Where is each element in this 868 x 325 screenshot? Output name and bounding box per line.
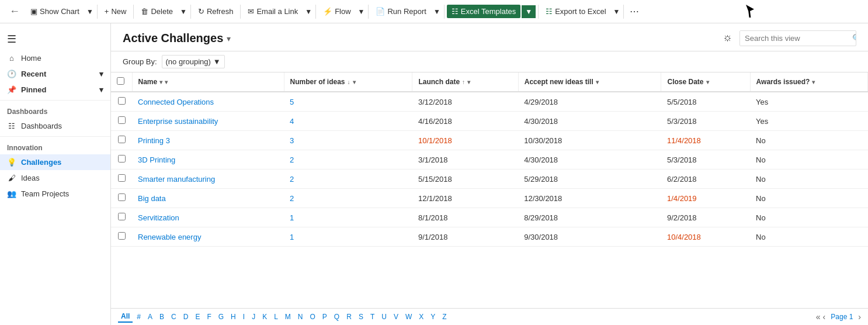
alpha-letter-j[interactable]: J xyxy=(249,312,258,322)
flow-dropdown[interactable]: ▼ xyxy=(357,5,366,18)
sidebar-pinned-toggle[interactable]: 📌 Pinned ▾ xyxy=(0,82,110,98)
row-checkbox[interactable] xyxy=(118,193,126,201)
row-checkbox[interactable] xyxy=(118,213,126,220)
search-input[interactable] xyxy=(740,31,848,46)
row-close-value: 5/5/2018 xyxy=(667,98,697,106)
prev-page-button[interactable]: ‹ xyxy=(823,312,826,321)
row-accept-cell: 8/29/2018 xyxy=(518,208,661,227)
ideas-filter-icon[interactable]: ▾ xyxy=(353,79,356,85)
alpha-letter-all[interactable]: All xyxy=(118,311,133,323)
row-checkbox[interactable] xyxy=(118,136,126,143)
alpha-letter-h[interactable]: H xyxy=(228,312,239,322)
page-title-chevron-icon[interactable]: ▾ xyxy=(227,34,231,43)
show-chart-dropdown[interactable]: ▼ xyxy=(85,5,95,18)
alpha-letter-a[interactable]: A xyxy=(145,312,155,322)
delete-button[interactable]: 🗑 Delete xyxy=(136,5,178,18)
launch-sort-icon[interactable]: ↑ xyxy=(462,79,465,85)
run-report-button[interactable]: 📄 Run Report xyxy=(371,5,430,18)
row-name-link[interactable]: Connected Operations xyxy=(138,98,214,106)
table-row: Printing 3 3 10/1/2018 10/30/2018 11/4/2… xyxy=(111,131,868,150)
alpha-letter-e[interactable]: E xyxy=(192,312,203,322)
row-name-link[interactable]: Big data xyxy=(138,194,166,203)
row-name-link[interactable]: Enterprise sustainability xyxy=(138,117,218,126)
row-name-link[interactable]: Servitization xyxy=(138,213,179,222)
alpha-letter-r[interactable]: R xyxy=(343,312,355,322)
sidebar-item-dashboards[interactable]: ☷ Dashboards xyxy=(0,118,110,134)
alpha-letter-l[interactable]: L xyxy=(271,312,281,322)
sidebar-item-team-projects[interactable]: 👥 Team Projects xyxy=(0,186,110,202)
row-name-link[interactable]: Smarter manufacturing xyxy=(138,175,215,184)
sidebar-item-home[interactable]: ⌂ Home xyxy=(0,50,110,66)
alpha-letter-y[interactable]: Y xyxy=(428,312,438,322)
row-checkbox[interactable] xyxy=(118,97,126,105)
next-page-button[interactable]: › xyxy=(858,312,861,321)
alpha-letter-q[interactable]: Q xyxy=(331,312,342,322)
alpha-letter-z[interactable]: Z xyxy=(439,312,449,322)
select-all-checkbox[interactable] xyxy=(117,77,124,85)
row-name-link[interactable]: Printing 3 xyxy=(138,136,170,145)
alpha-letter-w[interactable]: W xyxy=(402,312,415,322)
row-ideas-value: 3 xyxy=(290,136,294,145)
row-name-cell: Smarter manufacturing xyxy=(132,170,284,189)
alpha-letter-g[interactable]: G xyxy=(216,312,227,322)
email-link-label: Email a Link xyxy=(256,7,298,16)
plus-icon: + xyxy=(105,7,109,16)
row-checkbox[interactable] xyxy=(118,155,126,162)
alpha-letter-c[interactable]: C xyxy=(168,312,179,322)
back-button[interactable]: ← xyxy=(5,3,25,20)
alpha-letter-u[interactable]: U xyxy=(379,312,390,322)
alpha-letter-x[interactable]: X xyxy=(416,312,426,322)
alpha-letter-f[interactable]: F xyxy=(204,312,214,322)
row-checkbox[interactable] xyxy=(118,174,126,182)
email-link-button[interactable]: ✉ Email a Link xyxy=(243,5,303,18)
alpha-letter-m[interactable]: M xyxy=(282,312,294,322)
hamburger-button[interactable]: ☰ xyxy=(0,28,110,50)
alpha-letter-t[interactable]: T xyxy=(367,312,377,322)
alpha-letter-k[interactable]: K xyxy=(259,312,270,322)
alpha-letter-d[interactable]: D xyxy=(180,312,192,322)
launch-filter-icon[interactable]: ▾ xyxy=(467,79,470,85)
row-awards-value: No xyxy=(756,175,766,184)
name-sort-icon[interactable]: ▾ xyxy=(159,79,162,85)
ideas-sort-icon[interactable]: ↓ xyxy=(348,79,350,85)
accept-sort-icon[interactable]: ▾ xyxy=(596,79,599,85)
row-name-link[interactable]: 3D Printing xyxy=(138,155,175,164)
flow-button[interactable]: ⚡ Flow xyxy=(318,5,355,18)
alpha-letter-s[interactable]: S xyxy=(356,312,366,322)
alpha-letter-p[interactable]: P xyxy=(320,312,330,322)
name-filter-icon[interactable]: ▾ xyxy=(165,79,168,85)
search-submit-button[interactable]: 🔍 xyxy=(848,31,856,46)
more-button[interactable]: ⋯ xyxy=(626,4,643,19)
first-page-button[interactable]: « xyxy=(816,312,821,321)
sidebar-item-challenges[interactable]: 💡 Challenges xyxy=(0,154,110,170)
close-sort-icon[interactable]: ▾ xyxy=(706,79,709,85)
excel-templates-button[interactable]: ☷ Excel Templates xyxy=(447,5,520,18)
excel-templates-dropdown[interactable]: ▼ xyxy=(522,5,536,18)
export-excel-dropdown[interactable]: ▼ xyxy=(612,5,622,18)
filter-icon[interactable]: ⛭ xyxy=(721,31,735,46)
refresh-button[interactable]: ↻ Refresh xyxy=(193,5,238,18)
show-chart-button[interactable]: ▣ Show Chart xyxy=(26,5,84,18)
run-report-dropdown[interactable]: ▼ xyxy=(432,5,442,18)
row-accept-cell: 4/30/2018 xyxy=(518,150,661,170)
export-excel-button[interactable]: ☷ Export to Excel xyxy=(541,5,610,18)
awards-sort-icon[interactable]: ▾ xyxy=(812,79,815,85)
alpha-letter-v[interactable]: V xyxy=(391,312,401,322)
alpha-letter-n[interactable]: N xyxy=(295,312,306,322)
delete-dropdown[interactable]: ▼ xyxy=(179,5,188,18)
row-name-link[interactable]: Renewable energy xyxy=(138,233,201,241)
new-button[interactable]: + New xyxy=(100,5,131,18)
email-link-dropdown[interactable]: ▼ xyxy=(304,5,313,18)
groupby-select[interactable]: (no grouping) ▼ xyxy=(162,55,225,68)
row-checkbox[interactable] xyxy=(118,116,126,124)
sidebar-recent-toggle[interactable]: 🕐 Recent ▾ xyxy=(0,66,110,82)
row-checkbox[interactable] xyxy=(118,232,126,240)
alpha-letter-b[interactable]: B xyxy=(157,312,167,322)
row-name-cell: Servitization xyxy=(132,208,284,227)
sidebar-item-ideas[interactable]: 🖌 Ideas xyxy=(0,170,110,186)
groupby-value: (no grouping) xyxy=(166,57,211,66)
alpha-letter-o[interactable]: O xyxy=(307,312,318,322)
alpha-letter-#[interactable]: # xyxy=(134,312,144,322)
alpha-letter-i[interactable]: I xyxy=(240,312,248,322)
sidebar-pinned-label: Pinned xyxy=(21,85,46,94)
